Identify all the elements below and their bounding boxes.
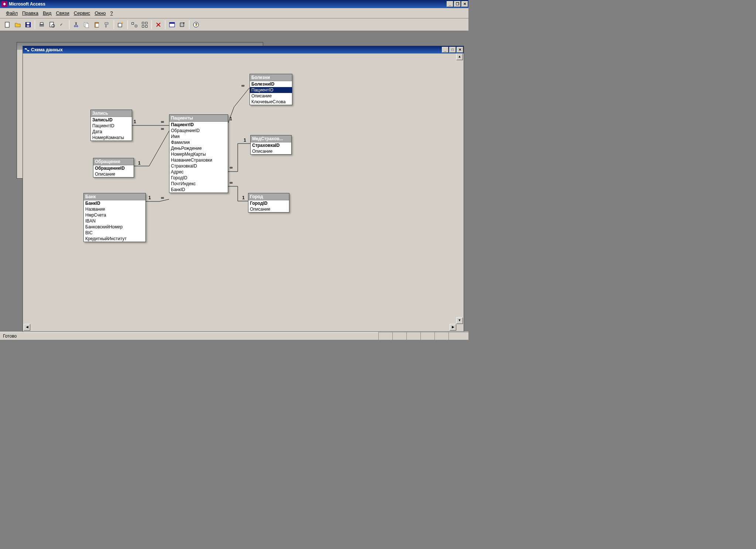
horizontal-scrollbar[interactable]: ◀ ▶ <box>24 324 456 331</box>
show-direct-icon[interactable] <box>130 20 139 30</box>
table-field[interactable]: Описание <box>93 171 134 177</box>
new-object-icon[interactable]: ▾ <box>178 20 187 30</box>
table-header[interactable]: Болезни <box>250 74 292 81</box>
svg-rect-3 <box>27 23 30 24</box>
open-icon[interactable] <box>13 20 23 30</box>
schema-window[interactable]: Схема данных _ □ ✕ 1 ∞ <box>23 46 464 332</box>
table-header[interactable]: МедСтрахов... <box>251 135 291 142</box>
table-field[interactable]: Название <box>84 206 145 212</box>
svg-point-10 <box>74 25 76 27</box>
table-patsienty[interactable]: Пациенты ПациентID ОбращениеID Имя Фамил… <box>169 114 228 193</box>
status-well <box>392 332 406 340</box>
table-field[interactable]: ПочтИндекс <box>169 181 228 187</box>
table-field[interactable]: Имя <box>169 134 228 139</box>
scroll-down-icon[interactable]: ▼ <box>456 317 463 324</box>
show-all-icon[interactable] <box>140 20 150 30</box>
save-icon[interactable] <box>23 20 33 30</box>
table-field[interactable]: ПациентID <box>169 122 228 128</box>
close-button[interactable]: ✕ <box>461 1 468 7</box>
delete-icon[interactable] <box>154 20 163 30</box>
scroll-right-icon[interactable]: ▶ <box>450 324 456 331</box>
table-field[interactable]: ГородID <box>248 200 289 206</box>
table-field[interactable]: ЗаписьID <box>91 117 132 123</box>
table-bank[interactable]: Банк БанкID Название НмрСчета IBAN Банко… <box>83 193 146 242</box>
spellcheck-icon[interactable]: ✓ <box>58 20 67 30</box>
child-maximize-button[interactable]: □ <box>449 47 456 53</box>
scroll-up-icon[interactable]: ▲ <box>456 53 463 60</box>
card-many: ∞ <box>161 119 164 124</box>
table-field[interactable]: СтраховкаID <box>169 163 228 169</box>
table-field[interactable]: ПациентID <box>91 123 132 129</box>
menu-help[interactable]: ? <box>108 10 115 17</box>
table-field[interactable]: БанковскийНомер <box>84 224 145 230</box>
table-field[interactable]: ОбращениеID <box>169 128 228 134</box>
table-header[interactable]: Запись <box>91 110 132 117</box>
table-field[interactable]: НазваниеСтраховки <box>169 157 228 163</box>
new-icon[interactable] <box>3 20 12 30</box>
table-field[interactable]: БолезниID <box>250 81 292 87</box>
table-header[interactable]: Обращение <box>93 158 134 165</box>
restore-button[interactable]: ❐ <box>454 1 461 7</box>
menu-window[interactable]: Окно <box>92 10 108 17</box>
help-icon[interactable]: ? <box>191 20 201 30</box>
status-well <box>449 332 468 340</box>
table-field[interactable]: ОбращениеID <box>93 165 134 171</box>
child-close-button[interactable]: ✕ <box>457 47 463 53</box>
table-field[interactable]: КлючевыеСлова <box>250 99 292 105</box>
table-gorod[interactable]: Город ГородID Описание <box>248 193 289 213</box>
copy-icon[interactable] <box>82 20 91 30</box>
table-field[interactable]: БанкID <box>84 200 145 206</box>
menu-bar: Файл Правка Вид Связи Сервис Окно ? <box>0 8 468 18</box>
vertical-scrollbar[interactable]: ▲ ▼ <box>456 53 463 324</box>
table-zapis[interactable]: Запись ЗаписьID ПациентID Дата НомерКомн… <box>90 110 132 141</box>
menu-service[interactable]: Сервис <box>72 10 93 17</box>
table-medstrakhov[interactable]: МедСтрахов... СтраховкаID Описание <box>250 135 292 155</box>
table-header[interactable]: Город <box>248 193 289 200</box>
menu-file[interactable]: Файл <box>4 10 20 17</box>
title-bar: Microsoft Access _ ❐ ✕ <box>0 0 468 8</box>
table-field[interactable]: Описание <box>251 148 291 154</box>
table-field[interactable]: Адрес <box>169 169 228 175</box>
schema-canvas[interactable]: 1 ∞ 1 ∞ 1 ∞ 1 ∞ ∞ 1 ∞ 1 Запись ЗаписьID … <box>24 53 463 331</box>
table-bolezni[interactable]: Болезни БолезниID ПациентID Описание Клю… <box>250 74 292 105</box>
card-one: 1 <box>148 195 151 200</box>
table-field[interactable]: Описание <box>248 206 289 212</box>
svg-rect-22 <box>142 25 144 27</box>
paste-icon[interactable] <box>92 20 102 30</box>
table-header[interactable]: Банк <box>84 193 145 200</box>
menu-relations[interactable]: Связи <box>54 10 71 17</box>
table-field[interactable]: НомерКомнаты <box>91 135 132 141</box>
table-field[interactable]: Описание <box>250 93 292 99</box>
table-field-selected[interactable]: ПациентID <box>250 87 292 93</box>
table-field[interactable]: ДеньРождение <box>169 145 228 151</box>
child-minimize-button[interactable]: _ <box>442 47 449 53</box>
svg-rect-18 <box>132 23 134 24</box>
table-field[interactable]: БанкID <box>169 187 228 193</box>
table-field[interactable]: КредитныйИнститут <box>84 236 145 242</box>
table-field[interactable]: СтраховкаID <box>251 142 291 148</box>
table-header[interactable]: Пациенты <box>169 115 228 122</box>
table-field[interactable]: НмрСчета <box>84 212 145 218</box>
print-icon[interactable] <box>37 20 47 30</box>
card-one: 1 <box>138 160 141 166</box>
menu-view[interactable]: Вид <box>41 10 54 17</box>
relationships-icon <box>24 47 30 52</box>
add-table-icon[interactable]: + <box>116 20 126 30</box>
table-field[interactable]: IBAN <box>84 218 145 224</box>
card-many: ∞ <box>230 165 233 170</box>
table-field[interactable]: Дата <box>91 129 132 135</box>
cut-icon[interactable] <box>71 20 81 30</box>
minimize-button[interactable]: _ <box>447 1 453 7</box>
menu-edit[interactable]: Правка <box>20 10 41 17</box>
table-field[interactable]: ГородID <box>169 175 228 181</box>
table-field[interactable]: Фамилия <box>169 139 228 145</box>
schema-window-titlebar[interactable]: Схема данных _ □ ✕ <box>23 46 464 53</box>
db-window-icon[interactable] <box>167 20 177 30</box>
scroll-left-icon[interactable]: ◀ <box>24 324 30 331</box>
format-painter-icon[interactable] <box>102 20 112 30</box>
svg-rect-15 <box>96 24 99 27</box>
table-obrashchenie[interactable]: Обращение ОбращениеID Описание <box>93 158 134 177</box>
table-field[interactable]: НомерМедКарты <box>169 151 228 157</box>
table-field[interactable]: BIC <box>84 230 145 236</box>
preview-icon[interactable] <box>47 20 57 30</box>
